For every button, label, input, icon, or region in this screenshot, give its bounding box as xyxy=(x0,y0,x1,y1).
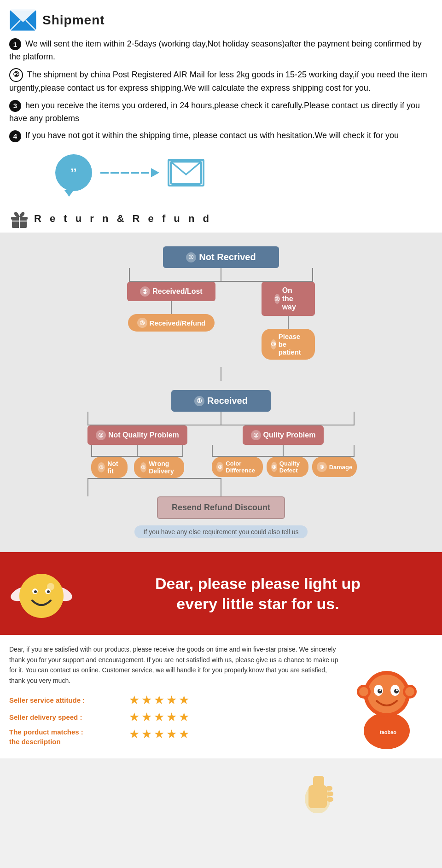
not-quality-box: ② Not Quality Problem xyxy=(87,425,187,445)
mascot-area: taobao xyxy=(345,644,428,749)
star-section: Dear, please please light up every littl… xyxy=(0,552,442,635)
star-line2: every little star for us. xyxy=(83,594,433,614)
email-icon xyxy=(9,9,37,31)
received-box: ① Received xyxy=(171,390,271,412)
product-matches-stars: ★ ★ ★ ★ ★ xyxy=(129,727,189,741)
svg-point-30 xyxy=(379,689,381,691)
if-text: If you have any else requirement you cou… xyxy=(134,525,308,538)
svg-text:taobao: taobao xyxy=(380,729,396,735)
color-difference-box: ③ Color Difference xyxy=(212,457,263,477)
shipment-point4: 4 If you have not got it within the ship… xyxy=(9,129,428,142)
svg-point-34 xyxy=(359,687,368,696)
num1-circle: 1 xyxy=(9,38,21,50)
flowchart-container: ① Not Recrived ② Received/Lost ③ Receive… xyxy=(0,233,442,552)
on-the-way-col: ② On the way ③ Please be patient xyxy=(262,282,315,360)
shipment-point3: 3 hen you receive the items you ordered,… xyxy=(9,99,428,125)
not-fit-box: ③ Not fit xyxy=(91,457,127,478)
svg-point-31 xyxy=(396,689,398,691)
resend-refund-box: Resend Refund Discount xyxy=(157,496,285,519)
product-matches-label: The porduct matches : the descriiption xyxy=(9,727,129,746)
received-lost-box: ② Received/Lost xyxy=(127,282,215,301)
wrong-delivery-box: ③ Wrong Delivery xyxy=(134,457,184,478)
gift-icon xyxy=(9,209,29,229)
seller-delivery-row: Seller delivery speed : ★ ★ ★ ★ ★ xyxy=(9,710,341,724)
horiz-branch-1 xyxy=(129,281,313,282)
shipment-point1: 1 We will sent the item within 2-5days (… xyxy=(9,38,428,64)
branch-row-1: ② Received/Lost ③ Received/Refund ② On t… xyxy=(129,282,313,360)
shipment-section: Shipment 1 We will sent the item within … xyxy=(0,0,442,200)
svg-point-14 xyxy=(34,590,37,593)
review-main-text: Dear, if you are satisfied with our prod… xyxy=(9,644,341,686)
received-lost-col: ② Received/Lost ③ Received/Refund xyxy=(127,282,215,332)
received-refund-box: ③ Received/Refund xyxy=(128,314,215,332)
smiley-logo xyxy=(9,566,74,621)
svg-point-25 xyxy=(367,675,406,713)
review-section: Dear, if you are satisfied with our prod… xyxy=(0,635,442,758)
dashed-arrow xyxy=(100,168,159,177)
quality-problem-col: ② Qulity Problem ③ Color Difference xyxy=(212,425,355,477)
quality-row: ② Not Quality Problem ③ Not fit xyxy=(87,425,355,478)
num2-circle: ② xyxy=(9,68,23,82)
return-section: R e t u r n & R e f u n d xyxy=(0,200,442,233)
not-received-box: ① Not Recrived xyxy=(163,246,279,268)
shipment-header: Shipment xyxy=(9,9,428,31)
seller-delivery-label: Seller delivery speed : xyxy=(9,713,129,721)
svg-point-11 xyxy=(19,574,64,618)
quality-defect-box: ③ Quality Defect xyxy=(267,457,308,477)
speech-bubble: ’’ xyxy=(55,154,92,191)
quality-problem-box: ② Qulity Problem xyxy=(243,425,324,445)
svg-point-35 xyxy=(405,687,414,696)
seller-delivery-stars: ★ ★ ★ ★ ★ xyxy=(129,710,189,724)
num3-circle: 3 xyxy=(9,100,21,112)
seller-service-label: Seller service attitude : xyxy=(9,696,129,704)
not-quality-col: ② Not Quality Problem ③ Not fit xyxy=(87,425,187,478)
product-matches-row: The porduct matches : the descriiption ★… xyxy=(9,727,341,746)
seller-service-stars: ★ ★ ★ ★ ★ xyxy=(129,693,189,707)
shipment-point2: ② The shipment by china Post Registered … xyxy=(9,68,428,95)
on-the-way-box: ② On the way xyxy=(262,282,315,316)
delivery-animation: ’’ xyxy=(9,147,428,196)
page-container: Shipment 1 We will sent the item within … xyxy=(0,0,442,758)
mascot-character: taobao xyxy=(350,657,424,749)
seller-service-row: Seller service attitude : ★ ★ ★ ★ ★ xyxy=(9,693,341,707)
please-be-patient-box: ③ Please be patient xyxy=(262,329,315,360)
damage-box: ③ Damage xyxy=(312,457,357,477)
star-text-block: Dear, please please light up every littl… xyxy=(83,573,433,614)
review-text-col: Dear, if you are satisfied with our prod… xyxy=(9,644,341,749)
return-header: R e t u r n & R e f u n d xyxy=(9,205,433,233)
shipment-title: Shipment xyxy=(42,13,105,28)
star-line1: Dear, please please light up xyxy=(83,573,433,594)
svg-point-16 xyxy=(47,583,54,590)
horiz-branch-2 xyxy=(87,425,355,425)
connector-1 xyxy=(221,268,221,281)
return-title: R e t u r n & R e f u n d xyxy=(34,213,212,225)
num4-circle: 4 xyxy=(9,130,21,142)
svg-point-15 xyxy=(47,590,50,593)
envelope-delivery-icon xyxy=(168,159,204,186)
